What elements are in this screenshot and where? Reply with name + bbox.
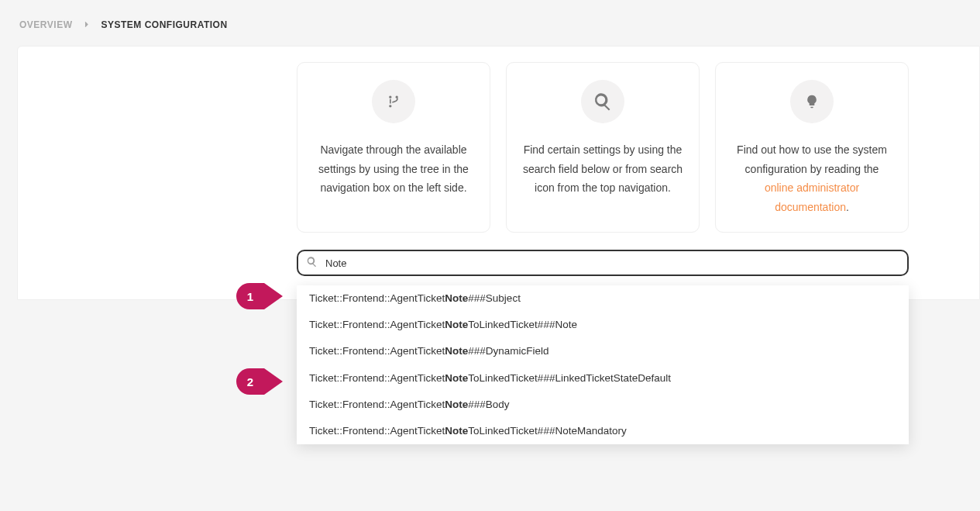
docs-suffix: .	[846, 201, 849, 213]
navigate-card: Navigate through the available settings …	[297, 62, 490, 233]
docs-card: Find out how to use the system configura…	[715, 62, 909, 233]
magnify-icon	[581, 80, 624, 123]
docs-card-text: Find out how to use the system configura…	[731, 140, 892, 216]
callout-1-label: 1	[236, 283, 264, 309]
docs-link[interactable]: online administrator documentation	[765, 181, 859, 213]
search-input[interactable]	[324, 257, 899, 270]
breadcrumb-current: SYSTEM CONFIGURATION	[101, 19, 227, 30]
callout-2-label: 2	[236, 368, 264, 395]
navigate-card-text: Navigate through the available settings …	[313, 140, 474, 198]
search-result-item[interactable]: Ticket::Frontend::AgentTicketNote###Dyna…	[297, 338, 909, 364]
breadcrumb: OVERVIEW SYSTEM CONFIGURATION	[0, 0, 980, 46]
search-wrap: Ticket::Frontend::AgentTicketNote###Subj…	[297, 250, 909, 276]
chevron-right-icon	[83, 19, 90, 30]
branch-icon	[372, 80, 415, 123]
search-result-item[interactable]: Ticket::Frontend::AgentTicketNoteToLinke…	[297, 312, 909, 338]
search-card: Find certain settings by using the searc…	[506, 62, 700, 233]
breadcrumb-overview[interactable]: OVERVIEW	[19, 19, 72, 30]
main-panel: Navigate through the available settings …	[17, 46, 980, 300]
info-cards-row: Navigate through the available settings …	[297, 62, 979, 233]
lightbulb-icon	[790, 80, 834, 123]
search-result-item[interactable]: Ticket::Frontend::AgentTicketNote###Subj…	[297, 285, 909, 312]
callout-2: 2	[236, 368, 284, 395]
callout-1: 1	[236, 283, 284, 309]
search-card-text: Find certain settings by using the searc…	[522, 140, 683, 198]
search-icon	[306, 256, 318, 271]
search-result-item[interactable]: Ticket::Frontend::AgentTicketNote###Body	[297, 392, 909, 418]
search-dropdown: Ticket::Frontend::AgentTicketNote###Subj…	[297, 285, 909, 444]
docs-prefix: Find out how to use the system configura…	[737, 143, 887, 175]
search-dropdown-list[interactable]: Ticket::Frontend::AgentTicketNote###Subj…	[297, 285, 909, 444]
search-box[interactable]	[297, 250, 909, 276]
search-result-item[interactable]: Ticket::Frontend::AgentTicketNoteToLinke…	[297, 365, 909, 392]
callout-2-tip-icon	[264, 368, 283, 395]
search-result-item[interactable]: Ticket::Frontend::AgentTicketNoteToLinke…	[297, 418, 909, 444]
callout-1-tip-icon	[264, 283, 283, 309]
